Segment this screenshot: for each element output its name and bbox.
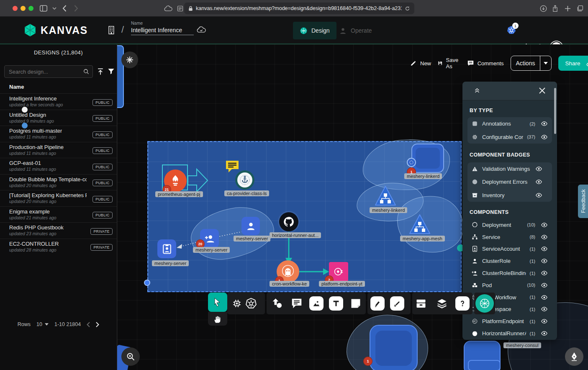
node-meshery-linkerd-namespace[interactable] [411, 144, 444, 173]
component-shapes-tool[interactable] [230, 296, 244, 311]
search-box[interactable] [4, 65, 93, 78]
node-meshery-server-clusterrole[interactable] [241, 217, 260, 235]
toggle-visibility-eye-icon[interactable] [534, 165, 543, 173]
toggle-visibility-eye-icon[interactable] [540, 133, 548, 141]
zoom-in-button[interactable] [121, 347, 140, 366]
address-bar[interactable]: kanvas.new/extension/meshmap?mode=design… [184, 3, 414, 14]
design-list-item[interactable]: Postgres multi-masterupdated 11 minutes … [0, 126, 117, 142]
select-tool-button[interactable] [208, 293, 227, 312]
feedback-tab[interactable]: Feedback [578, 185, 588, 218]
panel-row-serviceaccount[interactable]: ServiceAccount(1) [467, 243, 552, 255]
design-list-item[interactable]: EC2-CONTROLLERupdated 28 minutes agoPRIV… [0, 239, 117, 255]
pan-tool-button[interactable] [208, 312, 227, 326]
panel-row-annotations[interactable]: Annotations(2) [467, 117, 552, 131]
node-meshery-app-mesh-service[interactable] [408, 213, 431, 235]
text-tool[interactable] [329, 296, 343, 311]
next-page-icon[interactable] [96, 322, 99, 327]
share-icon[interactable] [550, 3, 560, 13]
sidebar-toggle-icon[interactable] [39, 3, 49, 13]
panel-row-platformendpoint[interactable]: PlatformEndpoint(1) [467, 315, 552, 327]
design-list-item[interactable]: GCP-east-01updated 11 minutes agoPUBLIC [0, 158, 117, 174]
reader-icon[interactable] [175, 3, 185, 13]
tab-operate[interactable]: Operate [332, 22, 379, 39]
node-meshery-server-serviceaccount[interactable] [157, 239, 176, 258]
design-name-input[interactable] [131, 26, 194, 35]
panel-row-configurable-compon[interactable]: Configurable Compon(37) [467, 131, 552, 144]
panel-row-deployment[interactable]: Deployment(10) [467, 219, 552, 231]
toggle-visibility-eye-icon[interactable] [540, 293, 548, 301]
node-ca-provider[interactable] [235, 170, 254, 190]
design-list-item[interactable]: Double Bubble Map Template-copyupdated 2… [0, 174, 117, 190]
tab-overview-icon[interactable] [575, 3, 585, 13]
kubernetes-shapes-tool[interactable] [244, 296, 258, 311]
comment-annotation-icon[interactable] [225, 160, 239, 173]
marker-tool[interactable] [370, 296, 385, 311]
error-count-badge[interactable]: 1 [363, 357, 372, 366]
toggle-visibility-eye-icon[interactable] [540, 281, 548, 289]
toggle-visibility-eye-icon[interactable] [540, 120, 548, 128]
new-button[interactable]: New [410, 60, 431, 67]
toggle-visibility-eye-icon[interactable] [540, 269, 548, 278]
layers-tool[interactable] [435, 296, 449, 311]
image-tool[interactable] [309, 296, 324, 311]
design-list-item[interactable]: Untitled Designupdated 9 minutes agoPUBL… [0, 110, 117, 126]
share-button[interactable]: Share [558, 56, 588, 71]
kanvas-logo[interactable]: KANVAS [23, 23, 88, 38]
actions-dropdown[interactable]: Actions [511, 56, 552, 71]
filter-button[interactable] [107, 67, 115, 75]
toggle-visibility-eye-icon[interactable] [534, 178, 543, 186]
panel-row-horizontalrunnerautosc[interactable]: HorizontalRunnerAutosc(1) [467, 327, 552, 339]
collapse-panel-icon[interactable] [473, 87, 481, 95]
merge-designs-button[interactable] [121, 51, 138, 68]
drawer-tool[interactable] [414, 296, 428, 311]
column-header-name[interactable]: Name [9, 84, 24, 90]
toggle-visibility-eye-icon[interactable] [540, 221, 548, 229]
comment-tool[interactable] [290, 296, 304, 311]
design-list-item[interactable]: Intelligent Inferenceupdated a few secon… [0, 93, 117, 110]
meshery-button[interactable] [475, 294, 494, 313]
panel-row-inventory[interactable]: Inventory [467, 189, 552, 202]
kubernetes-context-icon[interactable]: 1 [506, 25, 516, 35]
panel-row-deployment-errors[interactable]: Deployment Errors [467, 175, 552, 188]
close-window-button[interactable] [13, 6, 18, 11]
prev-page-icon[interactable] [87, 322, 90, 327]
icloud-icon[interactable] [163, 3, 173, 13]
panel-row-clusterrolebinding[interactable]: ClusterRoleBinding(1) [467, 267, 552, 279]
reload-icon[interactable] [405, 6, 410, 11]
organization-icon[interactable] [107, 26, 116, 35]
note-tool[interactable] [349, 296, 363, 311]
panel-row-validation-warnings[interactable]: Validation Warnings [467, 162, 552, 175]
tab-design[interactable]: Design [293, 22, 336, 39]
chevron-down-icon[interactable] [49, 3, 59, 13]
toggle-visibility-eye-icon[interactable] [540, 257, 548, 265]
comments-button[interactable]: Comments [467, 60, 504, 67]
save-as-button[interactable]: Save As [438, 57, 460, 69]
toggle-visibility-eye-icon[interactable] [540, 329, 548, 338]
new-tab-icon[interactable] [562, 3, 573, 13]
back-button[interactable] [59, 3, 69, 13]
toggle-visibility-eye-icon[interactable] [540, 245, 548, 253]
toggle-visibility-eye-icon[interactable] [540, 317, 548, 326]
design-list-item[interactable]: Redis PHP Guestbookupdated 23 minutes ag… [0, 222, 117, 239]
panel-row-pod[interactable]: Pod(10) [467, 279, 552, 291]
search-input[interactable] [8, 68, 83, 75]
node-horizontal-runner[interactable] [279, 212, 298, 231]
caret-down-icon[interactable] [540, 56, 551, 70]
design-list-item[interactable]: Enigma exampleupdated 21 minutes agoPUBL… [0, 206, 117, 223]
panel-row-service[interactable]: Service(8) [467, 231, 552, 243]
pen-mode-button[interactable] [565, 347, 583, 366]
panel-scrollbar[interactable] [554, 88, 556, 134]
minimize-window-button[interactable] [21, 6, 26, 11]
design-list-item[interactable]: Production-alt Pipelineupdated 11 minute… [0, 142, 117, 158]
close-panel-icon[interactable] [539, 87, 546, 94]
node-meshery-linkerd-service[interactable] [374, 185, 397, 207]
toggle-visibility-eye-icon[interactable] [534, 191, 543, 199]
import-design-button[interactable] [96, 67, 105, 76]
shapes-tool[interactable] [270, 296, 284, 311]
rows-per-page-select[interactable]: 10 [36, 321, 49, 327]
doodle-tool[interactable] [390, 296, 404, 311]
design-list-item[interactable]: [Tutorial] Exploring Kubernetes Podupdat… [0, 190, 117, 206]
toggle-visibility-eye-icon[interactable] [540, 233, 548, 241]
downloads-icon[interactable] [538, 3, 548, 13]
toggle-visibility-eye-icon[interactable] [540, 305, 548, 313]
